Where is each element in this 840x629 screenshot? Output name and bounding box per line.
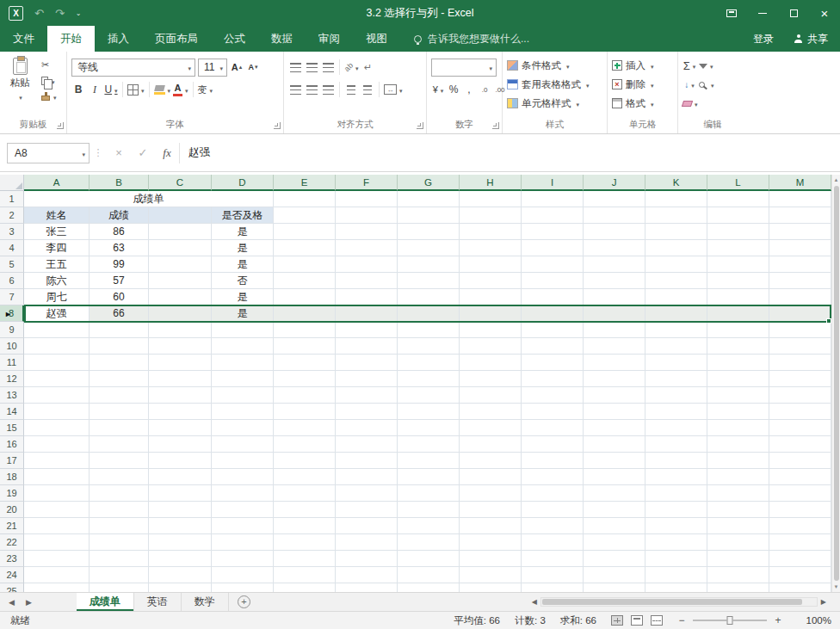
borders-button[interactable]	[127, 81, 145, 98]
cell[interactable]	[584, 502, 645, 518]
form ula-input[interactable]: 赵强	[179, 143, 840, 163]
cell[interactable]	[707, 355, 769, 371]
ribbon-tab-公式[interactable]: 公式	[211, 26, 258, 52]
zoom-in-button[interactable]: +	[774, 614, 782, 626]
row-header-14[interactable]: 14	[0, 404, 24, 420]
cell[interactable]	[336, 469, 398, 485]
cell[interactable]	[707, 305, 769, 322]
cell[interactable]	[24, 355, 90, 371]
cell[interactable]	[584, 338, 645, 355]
data-cell[interactable]: 周七	[24, 289, 90, 305]
cell[interactable]	[336, 583, 398, 592]
cell[interactable]	[274, 551, 336, 567]
insert-function-button[interactable]: fx	[155, 143, 179, 163]
cell[interactable]	[645, 404, 707, 420]
cell[interactable]	[584, 404, 645, 420]
cell[interactable]	[274, 273, 336, 289]
row-header-5[interactable]: 5	[0, 256, 24, 273]
data-cell[interactable]: 王五	[24, 256, 90, 273]
cell[interactable]	[769, 436, 831, 453]
data-cell[interactable]: 陈六	[24, 273, 90, 289]
ribbon-tab-数据[interactable]: 数据	[258, 26, 306, 52]
ribbon-tab-开始[interactable]: 开始	[47, 26, 95, 52]
cell[interactable]	[460, 355, 522, 371]
cell[interactable]	[90, 583, 149, 592]
number-dialog-launcher[interactable]	[492, 122, 499, 129]
cell[interactable]	[460, 191, 522, 207]
row-header-9[interactable]: 9	[0, 322, 24, 338]
cell[interactable]	[460, 551, 522, 567]
cell[interactable]	[769, 224, 831, 240]
row-header-2[interactable]: 2	[0, 207, 24, 224]
cell[interactable]	[645, 224, 707, 240]
row-header-11[interactable]: 11	[0, 355, 24, 371]
align-right-button[interactable]	[321, 81, 335, 98]
cell[interactable]	[336, 338, 398, 355]
cell[interactable]	[212, 502, 274, 518]
cell[interactable]	[24, 387, 90, 404]
cell[interactable]	[645, 371, 707, 387]
cell[interactable]	[398, 583, 460, 592]
cell[interactable]	[584, 305, 645, 322]
cell[interactable]	[24, 453, 90, 469]
cell[interactable]	[769, 453, 831, 469]
cell[interactable]	[584, 534, 645, 551]
vertical-scroll-thumb[interactable]	[834, 186, 839, 581]
cell[interactable]	[336, 371, 398, 387]
hscroll-right-icon[interactable]: ▶	[821, 598, 826, 606]
cell[interactable]	[645, 551, 707, 567]
cell[interactable]	[522, 502, 584, 518]
cell[interactable]	[274, 485, 336, 502]
row-header-13[interactable]: 13	[0, 387, 24, 404]
tell-me-box[interactable]: 告诉我您想要做什么...	[414, 26, 529, 52]
data-cell[interactable]	[149, 289, 212, 305]
data-cell[interactable]	[149, 256, 212, 273]
name-box[interactable]: A8	[7, 143, 90, 163]
column-header-E[interactable]: E	[274, 175, 336, 191]
cell[interactable]	[398, 485, 460, 502]
bottom-align-button[interactable]	[321, 59, 335, 76]
format-cells-button[interactable]: 格式	[612, 94, 673, 113]
column-header-L[interactable]: L	[707, 175, 769, 191]
row-header-4[interactable]: 4	[0, 240, 24, 256]
page-break-view-button[interactable]	[651, 615, 663, 626]
cell[interactable]	[522, 273, 584, 289]
cell[interactable]	[522, 485, 584, 502]
increase-indent-button[interactable]	[361, 81, 374, 98]
row-header-15[interactable]: 15	[0, 420, 24, 436]
cell[interactable]	[645, 191, 707, 207]
cell[interactable]	[645, 534, 707, 551]
cell[interactable]	[769, 567, 831, 583]
cell[interactable]	[522, 224, 584, 240]
cell[interactable]	[90, 371, 149, 387]
decrease-font-button[interactable]: A▾	[246, 59, 260, 76]
cell[interactable]	[769, 502, 831, 518]
cell[interactable]	[336, 322, 398, 338]
data-cell[interactable]: 是	[212, 289, 274, 305]
cell[interactable]	[24, 518, 90, 534]
cell[interactable]	[24, 420, 90, 436]
cell[interactable]	[460, 534, 522, 551]
cell[interactable]	[398, 371, 460, 387]
cell[interactable]	[274, 567, 336, 583]
comma-style-button[interactable]: ,	[462, 81, 476, 98]
cell[interactable]	[24, 583, 90, 592]
cell[interactable]	[522, 469, 584, 485]
cell[interactable]	[336, 453, 398, 469]
cell[interactable]	[645, 436, 707, 453]
cell[interactable]	[707, 551, 769, 567]
cell[interactable]	[460, 469, 522, 485]
cell[interactable]	[149, 387, 212, 404]
cell[interactable]	[522, 534, 584, 551]
delete-cells-button[interactable]: ×删除	[612, 75, 673, 94]
middle-align-button[interactable]	[305, 59, 318, 76]
cell[interactable]	[336, 518, 398, 534]
cell[interactable]	[212, 534, 274, 551]
cell[interactable]	[769, 469, 831, 485]
cell[interactable]	[707, 404, 769, 420]
cell[interactable]	[336, 551, 398, 567]
data-cell[interactable]: 是	[212, 224, 274, 240]
cell[interactable]	[707, 387, 769, 404]
cell[interactable]	[645, 567, 707, 583]
italic-button[interactable]: I	[88, 81, 102, 98]
